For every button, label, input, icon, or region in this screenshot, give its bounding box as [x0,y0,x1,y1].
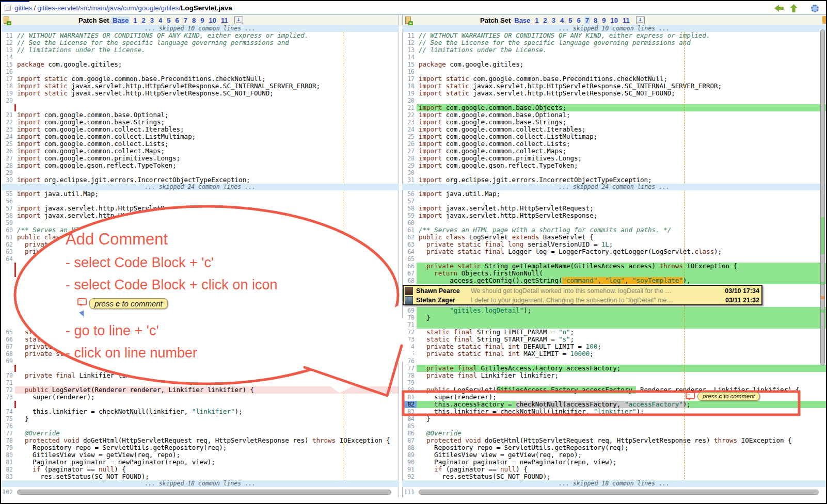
code-line[interactable]: import static com.google.common.base.Pre… [417,75,826,83]
line-number[interactable]: 57 [1,205,15,212]
code-line[interactable]: // limitations under the License. [15,46,399,54]
nav-up-arrow-icon[interactable] [790,4,798,12]
horizontal-scrollbar[interactable] [419,490,819,495]
patchset-option-2[interactable]: 2 [543,17,548,24]
code-line[interactable] [15,255,399,263]
line-number[interactable]: 58 [403,205,417,212]
code-line[interactable] [417,97,826,104]
code-line[interactable] [417,422,826,430]
line-number[interactable]: 16 [403,68,417,75]
line-number[interactable] [1,104,15,111]
line-number[interactable]: 80 [403,386,417,394]
code-line[interactable]: public LogServlet(GitilesAccess.Factory … [417,386,826,394]
code-line[interactable]: /** Serves an HTML page with a shortlog … [417,226,826,234]
line-number[interactable]: 23 [403,119,417,126]
patchset-option-1[interactable]: 1 [132,17,138,24]
patchset-option-6[interactable]: 6 [576,17,582,24]
code-line[interactable]: // See the License for the specific lang… [15,39,399,46]
line-number[interactable]: 27 [403,148,417,155]
code-line[interactable]: private static final int MAX_LIMIT = 100… [417,350,826,357]
line-number[interactable]: 65 [403,255,417,263]
line-number[interactable] [1,307,15,314]
code-line[interactable] [15,314,399,321]
code-line[interactable] [417,219,826,226]
code-line[interactable]: res.setStatus(SC_NOT_FOUND); [417,473,826,480]
code-line[interactable]: static final String START_PARAM = "s"; [15,336,399,343]
code-line[interactable]: private static final Logger log = Logger… [417,248,826,255]
code-line[interactable] [15,54,399,61]
line-number[interactable]: 85 [403,422,417,430]
line-number[interactable]: 75 [403,350,417,357]
patchset-option-4[interactable]: 4 [559,17,565,24]
line-number[interactable]: 14 [403,54,417,61]
patchset-option-7[interactable]: 7 [183,17,188,24]
patchset-option-8[interactable]: 8 [191,17,197,24]
line-number[interactable]: 12 [403,39,417,46]
code-line[interactable]: import com.google.common.base.Strings; [15,119,399,126]
line-number[interactable]: 69 [403,307,417,314]
code-line[interactable]: private static final int DEFAULT_LIMIT =… [417,343,826,350]
line-number[interactable]: 79 [403,379,417,386]
line-number[interactable]: 23 [1,126,15,133]
patchset-option-base[interactable]: Base [112,17,130,24]
line-number[interactable]: 72 [1,386,15,394]
code-line[interactable]: import com.google.common.collect.Iterabl… [417,126,826,133]
line-number[interactable] [1,321,15,329]
code-line[interactable]: import com.google.gson.reflect.TypeToken… [15,162,399,169]
line-number[interactable]: 11 [403,32,417,39]
patchset-option-9[interactable]: 9 [199,17,205,24]
line-number[interactable]: 21 [403,104,417,111]
code-line[interactable] [15,357,399,365]
line-number[interactable]: 60 [1,226,15,234]
code-line[interactable]: // WITHOUT WARRANTIES OR CONDITIONS OF A… [417,32,826,39]
code-line[interactable]: private static final long serialVersionU… [15,241,399,248]
file-checkbox[interactable] [5,5,11,11]
code-line[interactable] [15,198,399,205]
line-number[interactable]: 90 [403,459,417,466]
code-line[interactable]: import com.google.gson.reflect.TypeToken… [417,162,826,169]
line-number[interactable]: 22 [403,111,417,119]
line-number[interactable]: 66 [403,263,417,270]
patchset-option-2[interactable]: 2 [141,17,147,24]
line-number[interactable]: 30 [403,169,417,176]
line-number[interactable]: 15 [1,61,15,68]
code-line[interactable] [15,401,399,408]
line-number[interactable]: 88 [403,444,417,451]
code-line[interactable] [15,263,399,270]
code-line[interactable]: access.getConfig().getString("command", … [417,277,826,284]
line-number[interactable]: 60 [403,219,417,226]
code-line[interactable] [417,255,826,263]
breadcrumb-path-link[interactable]: gitiles-servlet/src/main/java/com/google… [37,4,181,12]
line-number[interactable]: 77 [403,365,417,372]
line-number[interactable]: 69 [1,357,15,365]
code-line[interactable] [15,379,399,386]
line-number[interactable]: 87 [403,437,417,444]
line-number[interactable]: 80 [1,451,15,459]
patchset-option-7[interactable]: 7 [584,17,590,24]
line-number[interactable]: 15 [403,61,417,68]
code-line[interactable]: import static javax.servlet.http.HttpSer… [15,83,399,90]
code-line[interactable]: static final String LIMIT_PARAM = "n"; [417,329,826,336]
line-number[interactable]: 24 [1,133,15,140]
code-line[interactable]: @Override [417,430,826,437]
line-number[interactable]: 66 [1,336,15,343]
line-number[interactable]: 75 [1,415,15,422]
code-line[interactable]: public class LogServlet extends BaseServ… [15,234,399,241]
code-line[interactable]: import com.google.common.collect.Maps; [417,148,826,155]
code-line[interactable]: import javax.servlet.http.HttpServletRes… [15,212,399,219]
line-number[interactable]: 76 [1,422,15,430]
code-line[interactable] [15,270,399,277]
code-line[interactable]: import static javax.servlet.http.HttpSer… [15,90,399,97]
code-line[interactable]: import com.google.common.base.Objects; [417,104,826,111]
line-number[interactable]: 73 [403,336,417,343]
code-line[interactable]: import com.google.common.collect.Lists; [15,140,399,148]
code-line[interactable]: package com.google.gitiles; [15,61,399,68]
line-number[interactable]: 13 [403,46,417,54]
line-number[interactable]: 74 [1,408,15,415]
line-number[interactable]: 25 [1,140,15,148]
code-line[interactable]: import com.google.common.primitives.Long… [15,155,399,162]
add-file-icon[interactable]: + [405,17,411,24]
line-number[interactable]: 77 [1,430,15,437]
code-line[interactable]: import java.util.Map; [15,190,399,198]
line-number[interactable]: 91 [403,466,417,473]
